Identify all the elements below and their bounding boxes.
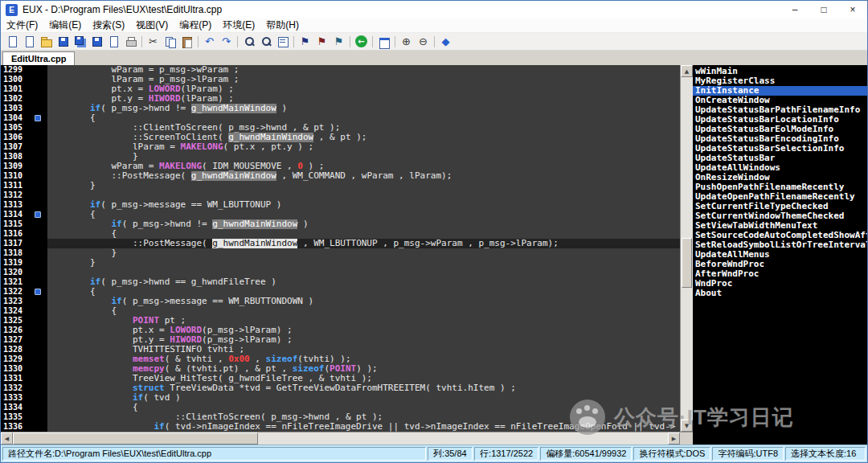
code-line[interactable]: 1318 } (1, 248, 680, 258)
line-number[interactable]: 1308 (1, 152, 47, 162)
code-line[interactable]: 1311 } (1, 181, 680, 191)
code-line[interactable]: 1320 (1, 268, 680, 277)
code-line[interactable]: 1307 lParam = MAKELONG( pt.x , pt.y ) ; (1, 142, 680, 152)
vertical-scroll-thumb[interactable] (682, 238, 692, 288)
code-line[interactable]: 1321 if( p_msg->hwnd == g_hwndFileTree ) (1, 277, 680, 287)
code-line[interactable]: 1319 } (1, 258, 680, 268)
code-line[interactable]: 1329 memset( & tvhti , 0x00 , sizeof(tvh… (1, 354, 680, 364)
symbol-item[interactable]: UpdateOpenPathFilenameRecently (693, 192, 867, 202)
symbol-item[interactable]: UpdateAllMenus (693, 250, 867, 260)
code-line[interactable]: 1301 pt.x = LOWORD(lParam) ; (1, 84, 680, 94)
scroll-down-arrow-icon[interactable]: ▼ (681, 420, 693, 432)
symbol-item[interactable]: UpdateStatusBar (693, 154, 867, 163)
line-number[interactable]: 1301 (1, 84, 47, 94)
vertical-scrollbar[interactable]: ▲ ▼ (680, 65, 693, 432)
replace-button[interactable] (258, 34, 273, 49)
line-number[interactable]: 1315 (1, 219, 47, 229)
line-number[interactable]: 1311 (1, 181, 47, 191)
undo-button[interactable]: ↶ (202, 34, 217, 49)
menu-edit[interactable]: 编辑(E) (43, 18, 87, 32)
menu-search[interactable]: 搜索(S) (87, 18, 130, 32)
line-number[interactable]: 1332 (1, 383, 47, 393)
symbol-item[interactable]: UpdateStatusBarLocationInfo (693, 115, 867, 125)
save-all-button[interactable] (72, 34, 88, 49)
line-number[interactable]: 1305 (1, 123, 47, 133)
symbol-item[interactable]: UpdateStatusBarEolModeInfo (693, 125, 867, 134)
code-line[interactable]: 1322 { (1, 287, 680, 297)
line-number[interactable]: 1325 (1, 316, 47, 326)
menu-program[interactable]: 编程(P) (174, 18, 217, 32)
line-number[interactable]: 1329 (1, 354, 47, 364)
code-line[interactable]: 1299 wParam = p_msg->wParam ; (1, 65, 680, 75)
code-line[interactable]: 1325 POINT pt ; (1, 316, 680, 326)
code-line[interactable]: 1306 ::ScreenToClient( g_hwndMainWindow … (1, 133, 680, 142)
code-line[interactable]: 1303 if( p_msg->hwnd != g_hwndMainWindow… (1, 104, 680, 113)
code-line[interactable]: 1323 if( p_msg->message == WM_RBUTTONDOW… (1, 297, 680, 306)
line-number[interactable]: 1309 (1, 162, 47, 171)
symbol-item[interactable]: BeforeWndProc (693, 260, 867, 269)
code-line[interactable]: 1308 } (1, 152, 680, 162)
symbol-item[interactable]: MyRegisterClass (693, 76, 867, 86)
save-file-button[interactable] (55, 34, 71, 49)
menu-file[interactable]: 文件(F) (1, 18, 43, 32)
symbol-item-selected[interactable]: InitInstance (693, 86, 867, 96)
code-line[interactable]: 1328 TVHITTESTINFO tvhti ; (1, 345, 680, 354)
new-from-template-button[interactable] (22, 34, 37, 49)
line-number[interactable]: 1321 (1, 277, 47, 287)
line-number[interactable]: 1330 (1, 364, 47, 374)
code-line[interactable]: 1331 TreeView_HitTest( g_hwndFileTree , … (1, 374, 680, 383)
line-number[interactable]: 1333 (1, 393, 47, 403)
menu-environment[interactable]: 环境(E) (217, 18, 260, 32)
symbol-list[interactable]: wWinMainMyRegisterClassInitInstanceOnCre… (693, 65, 867, 432)
bookmark-prev-button[interactable]: ⚑ (314, 34, 330, 49)
line-number[interactable]: 1328 (1, 345, 47, 354)
bookmark-next-button[interactable]: ⚑ (331, 34, 346, 49)
line-number[interactable]: 1322 (1, 287, 47, 297)
close-file-button[interactable] (106, 34, 121, 49)
line-number[interactable]: 1307 (1, 142, 47, 152)
tab-editultra-cpp[interactable]: EditUltra.cpp (2, 51, 75, 65)
redo-button[interactable]: ↷ (219, 34, 234, 49)
line-number[interactable]: 1336 (1, 422, 47, 432)
horizontal-scroll-thumb[interactable] (13, 432, 258, 445)
symbol-item[interactable]: wWinMain (693, 67, 867, 76)
code-line[interactable]: 1313 if( p_msg->message == WM_LBUTTONUP … (1, 200, 680, 210)
line-number[interactable]: 1302 (1, 94, 47, 104)
line-number[interactable]: 1318 (1, 248, 47, 258)
menu-help[interactable]: 帮助(H) (260, 18, 305, 32)
code-line[interactable]: 1335 ::ClientToScreen( p_msg->hwnd , & p… (1, 412, 680, 422)
line-number[interactable]: 1313 (1, 200, 47, 210)
code-line[interactable]: 1304 { (1, 113, 680, 123)
symbol-item[interactable]: OnResizeWindow (693, 173, 867, 182)
minimize-button[interactable]: – (780, 1, 809, 18)
line-number[interactable]: 1312 (1, 191, 47, 200)
code-line[interactable]: 1333 if( tvd ) (1, 393, 680, 403)
symbol-item[interactable]: SetSourceCodeAutoCompletedShowAfterI (693, 231, 867, 240)
navigate-back-button[interactable]: ← (354, 34, 369, 49)
symbol-item[interactable]: PushOpenPathFilenameRecently (693, 182, 867, 192)
code-line[interactable]: 1316 { (1, 229, 680, 239)
zoom-in-button[interactable]: ⊕ (399, 34, 414, 49)
code-line[interactable]: 1315 if( p_msg->hwnd != g_hwndMainWindow… (1, 219, 680, 229)
line-number[interactable]: 1316 (1, 229, 47, 239)
code-line[interactable]: 1317 ::PostMessage( g_hwndMainWindow , W… (1, 239, 680, 248)
paste-button[interactable] (179, 34, 194, 49)
line-number[interactable]: 1303 (1, 104, 47, 113)
code-line[interactable]: 1330 memcpy( & (tvhti.pt) , & pt , sizeo… (1, 364, 680, 374)
close-button[interactable]: × (838, 1, 867, 18)
line-number[interactable]: 1319 (1, 258, 47, 268)
maximize-button[interactable]: □ (809, 1, 838, 18)
code-line[interactable]: 1310 ::PostMessage( g_hwndMainWindow , W… (1, 171, 680, 181)
refresh-symbol-list-button[interactable]: ◆ (438, 34, 453, 49)
line-number[interactable]: 1306 (1, 133, 47, 142)
menu-view[interactable]: 视图(V) (130, 18, 174, 32)
line-number[interactable]: 1300 (1, 75, 47, 84)
code-line[interactable]: 1309 wParam = MAKELONG( IDM_MOUSEMOVE , … (1, 162, 680, 171)
scroll-left-arrow-icon[interactable]: ◀ (1, 432, 13, 445)
code-line[interactable]: 1312 (1, 191, 680, 200)
save-as-button[interactable] (89, 34, 104, 49)
symbol-item[interactable]: SetReloadSymbolListOrTreeIntervalMe (693, 240, 867, 250)
line-number[interactable]: 1310 (1, 171, 47, 181)
code-line[interactable]: 1302 pt.y = HIWORD(lParam) ; (1, 94, 680, 104)
line-number[interactable]: 1334 (1, 403, 47, 412)
